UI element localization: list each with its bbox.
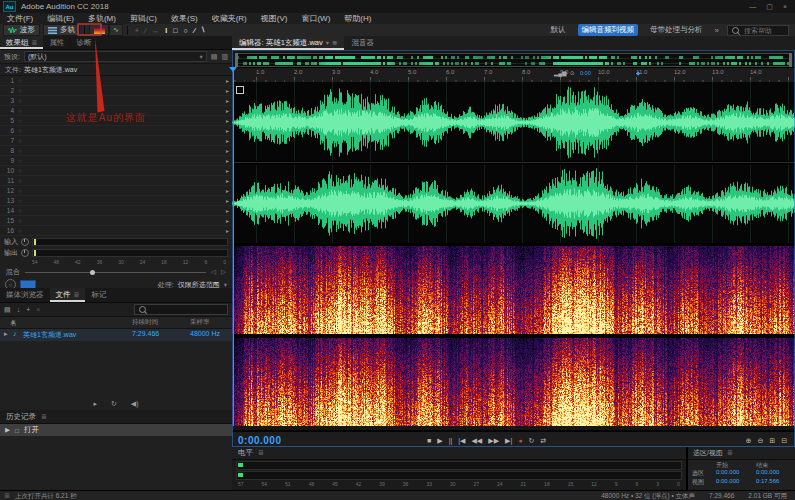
zoom-full-button[interactable]: ⊟ [781,437,787,445]
tab-editor[interactable]: 编辑器: 英雄1玄频道.wav ▾ ≣ [232,36,344,50]
tab-properties[interactable]: 属性 [43,36,70,49]
slot-arrow-icon[interactable]: ▸ [226,117,229,124]
effect-slot-16[interactable]: 16○▸ [0,226,232,236]
expand-icon[interactable]: ▸ [4,330,8,338]
status-menu-icon[interactable]: ≣ [4,492,10,500]
close-button[interactable]: × [783,3,787,11]
slot-arrow-icon[interactable]: ▸ [226,147,229,154]
effect-slot-8[interactable]: 8○▸ [0,146,232,156]
menu-item-2[interactable]: 编辑(E) [40,13,81,24]
stop-button[interactable]: ■ [427,437,431,444]
power-icon[interactable]: ○ [18,198,22,204]
effect-slot-7[interactable]: 7○▸ [0,136,232,146]
file-row[interactable]: ▸♪英雄1玄频道.wav7:29.46648000 Hz [0,329,232,341]
chevron-down-icon[interactable]: ▾ [326,39,329,47]
effect-slot-11[interactable]: 11○▸ [0,176,232,186]
mix-slider[interactable] [25,272,206,273]
panel-menu-icon[interactable]: ≣ [32,39,38,47]
menu-item-7[interactable]: 视图(V) [254,13,295,24]
menu-item-4[interactable]: 剪辑(C) [123,13,164,24]
panel-menu-icon[interactable]: ≣ [74,291,80,299]
power-icon[interactable]: ○ [18,78,22,84]
power-icon[interactable]: ○ [18,118,22,124]
import-file-icon[interactable]: ↓ [17,306,21,313]
power-icon[interactable]: ○ [18,218,22,224]
effect-slot-15[interactable]: 15○▸ [0,216,232,226]
fast-forward-button[interactable]: ▶▶ [488,437,499,445]
razor-tool[interactable]: ∕ [145,27,146,34]
output-gain-dial[interactable] [21,249,29,257]
tab-effects-rack[interactable]: 效果组≣ [0,36,43,49]
slip-tool[interactable]: ↔ [152,27,159,34]
slot-arrow-icon[interactable]: ▸ [226,127,229,134]
slot-arrow-icon[interactable]: ▸ [226,77,229,84]
menu-item-3[interactable]: 多轨(M) [81,13,123,24]
skip-to-end-button[interactable]: ▶| [505,437,512,445]
power-icon[interactable]: ○ [18,168,22,174]
effect-slot-3[interactable]: 3○▸ [0,96,232,106]
power-icon[interactable]: ○ [18,108,22,114]
effect-slot-10[interactable]: 10○▸ [0,166,232,176]
delete-preset-icon[interactable]: ▥ [221,53,228,61]
slot-arrow-icon[interactable]: ▸ [226,177,229,184]
slot-arrow-icon[interactable]: ▸ [226,207,229,214]
save-preset-icon[interactable]: ▤ [211,53,218,61]
menu-item-1[interactable]: 文件(F) [0,13,40,24]
input-gain-dial[interactable] [21,238,29,246]
workspace-button-3[interactable]: 母带处理与分析 [646,24,707,36]
spot-healing-brush-tool[interactable]: ∖ [201,26,206,34]
power-icon[interactable]: ○ [18,128,22,134]
show-spectral-display-button[interactable] [89,24,109,36]
slot-arrow-icon[interactable]: ▸ [226,187,229,194]
play-button[interactable]: ▶ [437,437,442,445]
skip-to-start-button[interactable]: |◀ [458,437,465,445]
tab-markers[interactable]: 标记 [85,288,112,302]
new-file-icon[interactable]: + [26,306,30,313]
loop-button[interactable]: ↻ [528,437,534,445]
lasso-selection-tool[interactable]: ○ [183,27,187,34]
effect-slot-1[interactable]: 1○▸ [0,76,232,86]
power-icon[interactable]: ○ [18,228,22,234]
zoom-navigator[interactable] [235,53,792,67]
move-tool[interactable]: + [135,27,139,34]
zoom-out-button[interactable]: ⊖ [757,437,763,445]
power-icon[interactable]: ○ [18,88,22,94]
minimize-button[interactable]: — [749,3,756,11]
slot-arrow-icon[interactable]: ▸ [226,217,229,224]
power-icon[interactable]: ○ [18,98,22,104]
slot-arrow-icon[interactable]: ▸ [226,87,229,94]
time-selection-tool[interactable]: I [165,27,167,34]
effect-slot-6[interactable]: 6○▸ [0,126,232,136]
loop-preview-icon[interactable]: ↻ [111,400,117,408]
preview-play-icon[interactable]: ▸ [93,400,97,408]
slot-arrow-icon[interactable]: ▸ [226,167,229,174]
files-search-input[interactable] [149,305,191,314]
zoom-in-button[interactable]: ⊕ [746,437,752,445]
menu-item-6[interactable]: 收藏夹(R) [205,13,254,24]
power-icon[interactable]: ○ [18,178,22,184]
workspace-overflow-icon[interactable]: » [715,26,719,35]
shuttle-button[interactable]: ⇄ [540,437,546,445]
effect-slot-14[interactable]: 14○▸ [0,206,232,216]
slot-arrow-icon[interactable]: ▸ [226,107,229,114]
slot-arrow-icon[interactable]: ▸ [226,137,229,144]
workspace-button-1[interactable]: 默认 [547,24,570,36]
open-file-icon[interactable]: ▤ [4,306,11,314]
effect-slot-13[interactable]: 13○▸ [0,196,232,206]
power-icon[interactable]: ○ [18,158,22,164]
tab-diagnostics[interactable]: 诊断 [70,36,97,49]
marquee-selection-tool[interactable]: □ [173,27,177,34]
slot-arrow-icon[interactable]: ▸ [226,157,229,164]
help-search-input[interactable] [742,26,784,35]
tab-files[interactable]: 文件≣ [50,288,86,302]
help-search-box[interactable] [727,25,789,36]
menu-item-8[interactable]: 窗口(W) [294,13,337,24]
paintbrush-selection-tool[interactable]: ∕ [194,27,195,34]
playhead-handle[interactable] [229,67,237,72]
effect-slot-4[interactable]: 4○▸ [0,106,232,116]
panel-menu-icon[interactable]: ≣ [332,39,337,47]
effect-slot-12[interactable]: 12○▸ [0,186,232,196]
waveform-view-button[interactable]: 波形 [3,24,40,36]
maximize-button[interactable]: ▢ [766,3,773,11]
column-duration[interactable]: 持续时间 [132,318,158,327]
